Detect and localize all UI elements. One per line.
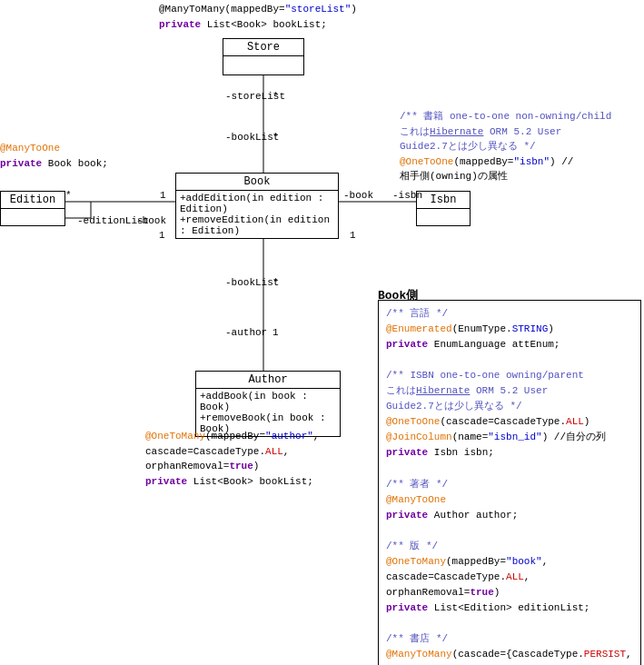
bottom-annotation: @OneToMany(mappedBy="author", cascade=Ca… [145,429,319,489]
isbn-header: Isbn [417,192,470,209]
edition-header: Edition [1,192,64,209]
annotation-line1: @ManyToMany(mappedBy="storeList") [159,2,357,17]
store-box: Store [223,38,304,75]
store-mult-star: * [272,91,279,102]
book-list-label-bottom: -bookList [225,277,279,288]
code-panel: /** 言語 */ @Enumerated(EnumType.STRING) p… [378,300,641,665]
edition-book-label: -book [136,215,166,226]
author-box: Author +addBook(in book : Book) +removeB… [195,371,341,437]
isbn-body [417,209,470,225]
book-list-mult-bottom: * [272,277,279,288]
left-annotation: @ManyToOne private Book book; [0,141,108,171]
edition-mult-star: * [65,190,72,201]
store-header: Store [223,39,303,56]
book-box: Book +addEdition(in edition : Edition) +… [175,173,339,239]
diagram-area: @ManyToMany(mappedBy="storeList") privat… [0,0,644,665]
author-mult-1: 1 [272,327,279,338]
edition-box: Edition [0,191,65,226]
store-body [223,56,303,74]
book-isbn-isbn-label: -isbn [392,190,422,201]
book-method-2: +removeEdition(in edition : Edition) [180,214,334,236]
book-method-1: +addEdition(in edition : Edition) [180,193,334,214]
edition-body [1,209,64,225]
isbn-box: Isbn [416,191,471,226]
book-list-mult-top: * [272,132,279,143]
author-label: -author [225,327,267,338]
isbn-mult-1b: 1 [350,230,356,241]
book-isbn-book-label: -book [343,190,373,201]
author-header: Author [196,372,340,389]
author-method-1: +addBook(in book : Book) [200,391,336,412]
book-body: +addEdition(in edition : Edition) +remov… [176,191,338,238]
annotation-line2: private List<Book> bookList; [159,17,357,33]
edition-mult-1b: 1 [159,230,165,241]
top-annotation: @ManyToMany(mappedBy="storeList") privat… [159,2,357,32]
edition-mult-1: 1 [160,190,166,201]
book-list-label-top: -bookList [225,132,279,143]
right-annotation: /** 書籍 one-to-one non-owning/child これはHi… [400,109,611,184]
book-header: Book [176,174,338,191]
